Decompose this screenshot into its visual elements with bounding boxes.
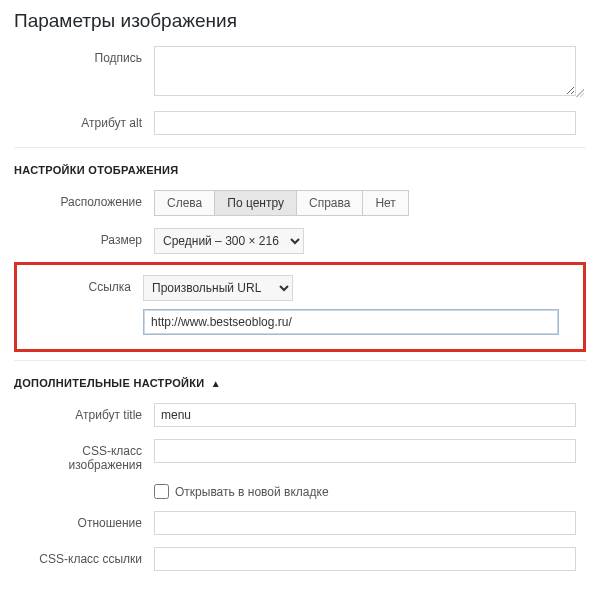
label-align: Расположение — [14, 190, 154, 209]
new-tab-checkbox[interactable] — [154, 484, 169, 499]
section-advanced-title[interactable]: ДОПОЛНИТЕЛЬНЫЕ НАСТРОЙКИ ▲ — [0, 367, 600, 397]
new-tab-text: Открывать в новой вкладке — [175, 485, 329, 499]
img-css-input[interactable] — [154, 439, 576, 463]
row-link-css: CSS-класс ссылки — [0, 541, 600, 577]
row-caption: Подпись — [0, 40, 600, 105]
label-alt: Атрибут alt — [14, 111, 154, 130]
align-none-button[interactable]: Нет — [363, 190, 408, 216]
link-highlight-box: Ссылка Произвольный URL — [14, 262, 586, 352]
resize-handle-icon — [576, 89, 584, 97]
title-attr-input[interactable] — [154, 403, 576, 427]
align-right-button[interactable]: Справа — [297, 190, 363, 216]
size-select[interactable]: Средний – 300 × 216 — [154, 228, 304, 254]
new-tab-label[interactable]: Открывать в новой вкладке — [154, 484, 576, 499]
row-title-attr: Атрибут title — [0, 397, 600, 433]
link-type-select[interactable]: Произвольный URL — [143, 275, 293, 301]
section-display-title: НАСТРОЙКИ ОТОБРАЖЕНИЯ — [0, 154, 600, 184]
row-img-css: CSS-класс изображения — [0, 433, 600, 478]
label-img-css: CSS-класс изображения — [14, 439, 154, 472]
caption-textarea[interactable] — [154, 46, 576, 96]
rel-input[interactable] — [154, 511, 576, 535]
collapse-arrow-icon: ▲ — [211, 378, 221, 389]
row-alt: Атрибут alt — [0, 105, 600, 141]
row-rel: Отношение — [0, 505, 600, 541]
divider — [14, 360, 586, 361]
row-link-type: Ссылка Произвольный URL — [17, 271, 583, 305]
row-link-url — [17, 305, 583, 339]
align-left-button[interactable]: Слева — [154, 190, 215, 216]
label-title-attr: Атрибут title — [14, 403, 154, 422]
label-rel: Отношение — [14, 511, 154, 530]
link-url-input[interactable] — [143, 309, 559, 335]
link-css-input[interactable] — [154, 547, 576, 571]
alt-input[interactable] — [154, 111, 576, 135]
label-link: Ссылка — [17, 275, 143, 294]
align-button-group: Слева По центру Справа Нет — [154, 190, 409, 216]
row-size: Размер Средний – 300 × 216 — [0, 222, 600, 260]
panel-title: Параметры изображения — [0, 0, 600, 40]
label-size: Размер — [14, 228, 154, 247]
label-link-css: CSS-класс ссылки — [14, 547, 154, 566]
label-caption: Подпись — [14, 46, 154, 65]
divider — [14, 147, 586, 148]
row-align: Расположение Слева По центру Справа Нет — [0, 184, 600, 222]
align-center-button[interactable]: По центру — [215, 190, 297, 216]
row-new-tab: Открывать в новой вкладке — [0, 478, 600, 505]
